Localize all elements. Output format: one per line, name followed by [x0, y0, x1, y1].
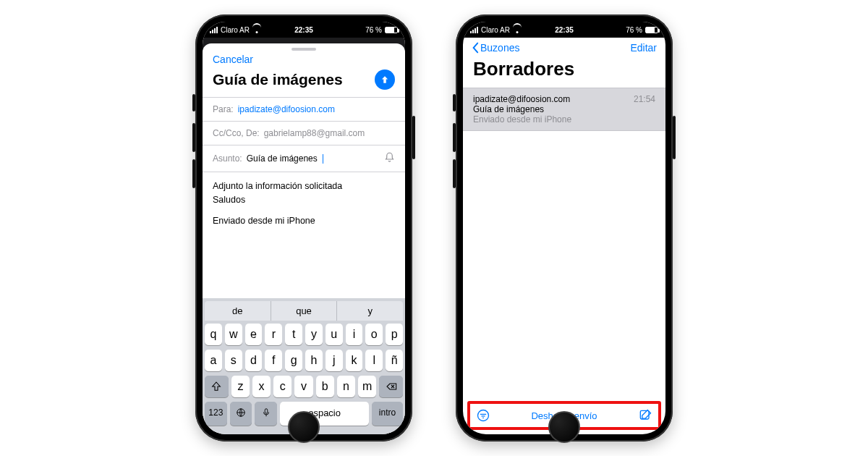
- key[interactable]: h: [305, 350, 323, 371]
- wifi-icon: [513, 27, 522, 33]
- carrier-label: Claro AR: [221, 26, 250, 34]
- clock: 22:35: [294, 26, 313, 34]
- back-button[interactable]: Buzones: [472, 42, 519, 54]
- subject-value: Guía de imágenes: [247, 153, 318, 164]
- subject-label: Asunto:: [213, 153, 242, 164]
- suggestion-bar: de que y: [205, 301, 403, 321]
- carrier-label: Claro AR: [481, 26, 510, 34]
- wifi-icon: [252, 27, 261, 33]
- message-body[interactable]: Adjunto la información solicitada Saludo…: [203, 172, 405, 207]
- compose-button[interactable]: [638, 408, 652, 423]
- shift-key[interactable]: [205, 376, 229, 397]
- battery-label: 76 %: [365, 26, 382, 34]
- suggestion[interactable]: y: [336, 301, 403, 321]
- phone-compose: Claro AR 22:35 76 % Cancelar Guía de imá…: [195, 14, 412, 442]
- key[interactable]: s: [225, 350, 242, 371]
- key[interactable]: r: [265, 324, 282, 345]
- globe-icon: [236, 408, 246, 418]
- to-label: Para:: [213, 104, 234, 114]
- key[interactable]: v: [294, 376, 312, 397]
- key[interactable]: w: [225, 324, 242, 345]
- draft-time: 21:54: [634, 94, 655, 124]
- battery-icon: [645, 27, 658, 33]
- key[interactable]: a: [205, 350, 222, 371]
- key[interactable]: j: [326, 350, 343, 371]
- key[interactable]: t: [285, 324, 302, 345]
- subject-field[interactable]: Asunto: Guía de imágenes: [203, 145, 405, 172]
- key-row-1: q w e r t y u i o p: [205, 324, 403, 345]
- key[interactable]: g: [285, 350, 302, 371]
- key[interactable]: n: [337, 376, 355, 397]
- return-key[interactable]: intro: [372, 402, 403, 426]
- chevron-left-icon: [472, 42, 479, 54]
- cc-label: Cc/Cco, De:: [213, 128, 260, 138]
- compose-title: Guía de imágenes: [213, 71, 343, 88]
- key[interactable]: y: [305, 324, 323, 345]
- signal-icon: [470, 27, 478, 33]
- page-title: Borradores: [463, 55, 665, 88]
- key[interactable]: ñ: [386, 350, 403, 371]
- svg-rect-1: [265, 409, 268, 413]
- cancel-button[interactable]: Cancelar: [203, 52, 405, 69]
- suggestion[interactable]: de: [205, 301, 271, 321]
- compose-sheet: Cancelar Guía de imágenes Para: ipadizat…: [203, 38, 405, 434]
- mic-key[interactable]: [255, 402, 277, 426]
- filter-button[interactable]: [476, 408, 490, 423]
- compose-icon: [638, 408, 652, 423]
- key[interactable]: q: [205, 324, 222, 345]
- shift-icon: [210, 381, 222, 392]
- key[interactable]: e: [245, 324, 263, 345]
- key[interactable]: l: [365, 350, 383, 371]
- cc-field[interactable]: Cc/Cco, De: gabrielamp88@gmail.com: [203, 121, 405, 145]
- suggestion[interactable]: que: [271, 301, 337, 321]
- signal-icon: [210, 27, 218, 33]
- svg-rect-3: [640, 410, 649, 419]
- battery-label: 76 %: [626, 26, 642, 34]
- home-button[interactable]: [548, 411, 580, 443]
- draft-from: ipadizate@difoosion.com: [473, 94, 571, 104]
- globe-key[interactable]: [230, 402, 252, 426]
- backspace-key[interactable]: [379, 376, 403, 397]
- clock: 22:35: [555, 26, 574, 34]
- key[interactable]: p: [386, 324, 403, 345]
- cc-value: gabrielamp88@gmail.com: [264, 128, 365, 138]
- key[interactable]: b: [316, 376, 334, 397]
- to-field[interactable]: Para: ipadizate@difoosion.com: [203, 97, 405, 121]
- status-bar: Claro AR 22:35 76 %: [463, 22, 665, 38]
- key[interactable]: f: [265, 350, 282, 371]
- battery-icon: [385, 27, 398, 33]
- key[interactable]: u: [326, 324, 343, 345]
- backspace-icon: [386, 381, 397, 392]
- phone-drafts: Claro AR 22:35 76 % Buzones Editar Borra…: [456, 14, 673, 442]
- send-button[interactable]: [375, 69, 395, 90]
- filter-icon: [476, 408, 490, 423]
- key[interactable]: i: [346, 324, 363, 345]
- key-row-3: z x c v b n m: [205, 376, 403, 397]
- to-value: ipadizate@difoosion.com: [238, 104, 335, 114]
- signature-text: Enviado desde mi iPhone: [203, 207, 405, 235]
- bell-icon[interactable]: [384, 152, 395, 165]
- nav-bar: Buzones Editar: [463, 38, 665, 55]
- key-row-2: a s d f g h j k l ñ: [205, 350, 403, 371]
- key[interactable]: z: [231, 376, 250, 397]
- key[interactable]: d: [245, 350, 263, 371]
- arrow-up-icon: [380, 75, 390, 85]
- draft-subject: Guía de imágenes: [473, 104, 571, 114]
- home-button[interactable]: [288, 411, 320, 443]
- sheet-grabber[interactable]: [292, 48, 316, 51]
- edit-button[interactable]: Editar: [630, 42, 657, 54]
- draft-item[interactable]: ipadizate@difoosion.com Guía de imágenes…: [463, 88, 665, 131]
- key[interactable]: o: [365, 324, 383, 345]
- svg-point-2: [478, 410, 489, 421]
- key[interactable]: x: [252, 376, 271, 397]
- key[interactable]: m: [358, 376, 376, 397]
- key[interactable]: k: [346, 350, 363, 371]
- numbers-key[interactable]: 123: [205, 402, 227, 426]
- key[interactable]: c: [273, 376, 292, 397]
- mic-icon: [261, 408, 271, 418]
- status-bar: Claro AR 22:35 76 %: [203, 22, 405, 38]
- draft-preview: Enviado desde mi iPhone: [473, 114, 571, 124]
